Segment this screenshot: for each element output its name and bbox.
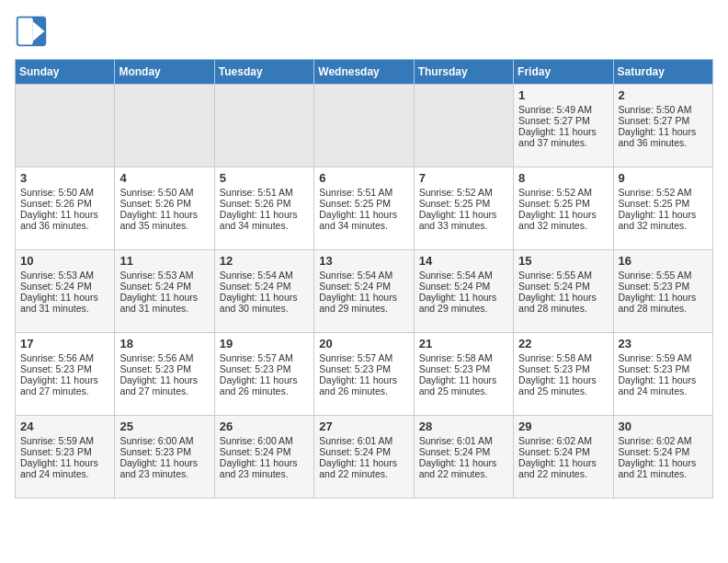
day-number: 25 (119, 419, 209, 433)
sunset-text: Sunset: 5:23 PM (619, 363, 708, 374)
daylight-text: Daylight: 11 hours and 27 minutes. (119, 374, 209, 396)
daylight-text: Daylight: 11 hours and 32 minutes. (619, 209, 708, 231)
day-number: 21 (419, 337, 508, 350)
calendar-cell: 2Sunrise: 5:50 AMSunset: 5:27 PMDaylight… (613, 85, 712, 167)
sunset-text: Sunset: 5:23 PM (419, 363, 508, 374)
sunrise-text: Sunrise: 5:58 AM (518, 352, 608, 363)
sunset-text: Sunset: 5:25 PM (319, 198, 408, 209)
calendar-cell: 25Sunrise: 6:00 AMSunset: 5:23 PMDayligh… (115, 416, 214, 499)
sunset-text: Sunset: 5:24 PM (419, 281, 508, 292)
sunset-text: Sunset: 5:24 PM (220, 281, 309, 292)
calendar-cell: 22Sunrise: 5:58 AMSunset: 5:23 PMDayligh… (514, 333, 613, 416)
day-number: 1 (518, 88, 608, 102)
sunrise-text: Sunrise: 5:56 AM (20, 352, 109, 363)
logo-icon (15, 15, 48, 48)
calendar-cell (414, 85, 513, 167)
sunrise-text: Sunrise: 6:01 AM (419, 435, 508, 446)
day-number: 9 (619, 171, 708, 185)
sunrise-text: Sunrise: 5:55 AM (619, 270, 708, 281)
sunset-text: Sunset: 5:23 PM (220, 363, 309, 374)
sunset-text: Sunset: 5:23 PM (319, 363, 408, 374)
daylight-text: Daylight: 11 hours and 34 minutes. (319, 209, 408, 231)
sunset-text: Sunset: 5:24 PM (220, 446, 309, 457)
day-number: 2 (619, 88, 708, 102)
sunset-text: Sunset: 5:24 PM (319, 446, 408, 457)
daylight-text: Daylight: 11 hours and 21 minutes. (619, 457, 708, 479)
calendar-cell: 21Sunrise: 5:58 AMSunset: 5:23 PMDayligh… (414, 333, 513, 416)
calendar-table: SundayMondayTuesdayWednesdayThursdayFrid… (15, 59, 713, 499)
calendar-cell: 24Sunrise: 5:59 AMSunset: 5:23 PMDayligh… (16, 416, 115, 499)
sunrise-text: Sunrise: 5:51 AM (220, 187, 309, 198)
daylight-text: Daylight: 11 hours and 35 minutes. (119, 209, 209, 231)
calendar-cell: 11Sunrise: 5:53 AMSunset: 5:24 PMDayligh… (115, 250, 214, 333)
weekday-header: Sunday (16, 60, 115, 85)
daylight-text: Daylight: 11 hours and 32 minutes. (518, 209, 608, 231)
sunrise-text: Sunrise: 5:50 AM (619, 104, 708, 115)
calendar-cell: 19Sunrise: 5:57 AMSunset: 5:23 PMDayligh… (214, 333, 313, 416)
calendar-cell: 9Sunrise: 5:52 AMSunset: 5:25 PMDaylight… (613, 167, 712, 250)
calendar-week-row: 17Sunrise: 5:56 AMSunset: 5:23 PMDayligh… (16, 333, 713, 416)
sunrise-text: Sunrise: 5:52 AM (419, 187, 508, 198)
daylight-text: Daylight: 11 hours and 23 minutes. (119, 457, 209, 479)
daylight-text: Daylight: 11 hours and 26 minutes. (319, 374, 408, 396)
calendar-week-row: 3Sunrise: 5:50 AMSunset: 5:26 PMDaylight… (16, 167, 713, 250)
day-number: 24 (20, 419, 109, 433)
daylight-text: Daylight: 11 hours and 25 minutes. (518, 374, 608, 396)
daylight-text: Daylight: 11 hours and 22 minutes. (419, 457, 508, 479)
daylight-text: Daylight: 11 hours and 26 minutes. (220, 374, 309, 396)
calendar-cell: 17Sunrise: 5:56 AMSunset: 5:23 PMDayligh… (16, 333, 115, 416)
calendar-cell (214, 85, 313, 167)
weekday-header: Tuesday (214, 60, 313, 85)
day-number: 3 (20, 171, 109, 185)
day-number: 14 (419, 254, 508, 268)
sunset-text: Sunset: 5:24 PM (20, 281, 109, 292)
daylight-text: Daylight: 11 hours and 25 minutes. (419, 374, 508, 396)
daylight-text: Daylight: 11 hours and 31 minutes. (119, 292, 209, 314)
logo (15, 15, 51, 48)
daylight-text: Daylight: 11 hours and 23 minutes. (220, 457, 309, 479)
calendar-cell: 18Sunrise: 5:56 AMSunset: 5:23 PMDayligh… (115, 333, 214, 416)
sunset-text: Sunset: 5:26 PM (20, 198, 109, 209)
calendar-cell: 6Sunrise: 5:51 AMSunset: 5:25 PMDaylight… (314, 167, 414, 250)
sunrise-text: Sunrise: 5:59 AM (619, 352, 708, 363)
daylight-text: Daylight: 11 hours and 27 minutes. (20, 374, 109, 396)
sunrise-text: Sunrise: 5:55 AM (518, 270, 608, 281)
daylight-text: Daylight: 11 hours and 24 minutes. (20, 457, 109, 479)
sunrise-text: Sunrise: 5:56 AM (119, 352, 209, 363)
daylight-text: Daylight: 11 hours and 22 minutes. (518, 457, 608, 479)
day-number: 5 (220, 171, 309, 185)
calendar-cell: 28Sunrise: 6:01 AMSunset: 5:24 PMDayligh… (414, 416, 513, 499)
day-number: 19 (220, 337, 309, 350)
sunrise-text: Sunrise: 5:50 AM (119, 187, 209, 198)
calendar-cell: 4Sunrise: 5:50 AMSunset: 5:26 PMDaylight… (115, 167, 214, 250)
calendar-cell: 5Sunrise: 5:51 AMSunset: 5:26 PMDaylight… (214, 167, 313, 250)
weekday-header: Thursday (414, 60, 513, 85)
daylight-text: Daylight: 11 hours and 29 minutes. (319, 292, 408, 314)
sunset-text: Sunset: 5:23 PM (518, 363, 608, 374)
daylight-text: Daylight: 11 hours and 28 minutes. (518, 292, 608, 314)
sunset-text: Sunset: 5:23 PM (20, 363, 109, 374)
sunrise-text: Sunrise: 5:53 AM (119, 270, 209, 281)
day-number: 15 (518, 254, 608, 268)
sunset-text: Sunset: 5:24 PM (119, 281, 209, 292)
sunset-text: Sunset: 5:25 PM (419, 198, 508, 209)
day-number: 29 (518, 419, 608, 433)
day-number: 12 (220, 254, 309, 268)
day-number: 26 (220, 419, 309, 433)
sunset-text: Sunset: 5:23 PM (20, 446, 109, 457)
sunset-text: Sunset: 5:24 PM (419, 446, 508, 457)
sunset-text: Sunset: 5:23 PM (119, 446, 209, 457)
daylight-text: Daylight: 11 hours and 29 minutes. (419, 292, 508, 314)
daylight-text: Daylight: 11 hours and 34 minutes. (220, 209, 309, 231)
sunrise-text: Sunrise: 5:53 AM (20, 270, 109, 281)
calendar-cell: 30Sunrise: 6:02 AMSunset: 5:24 PMDayligh… (613, 416, 712, 499)
sunrise-text: Sunrise: 5:50 AM (20, 187, 109, 198)
calendar-cell: 15Sunrise: 5:55 AMSunset: 5:24 PMDayligh… (514, 250, 613, 333)
day-number: 17 (20, 337, 109, 350)
day-number: 4 (119, 171, 209, 185)
weekday-header: Saturday (613, 60, 712, 85)
daylight-text: Daylight: 11 hours and 37 minutes. (518, 126, 608, 148)
day-number: 7 (419, 171, 508, 185)
day-number: 23 (619, 337, 708, 350)
sunset-text: Sunset: 5:25 PM (619, 198, 708, 209)
